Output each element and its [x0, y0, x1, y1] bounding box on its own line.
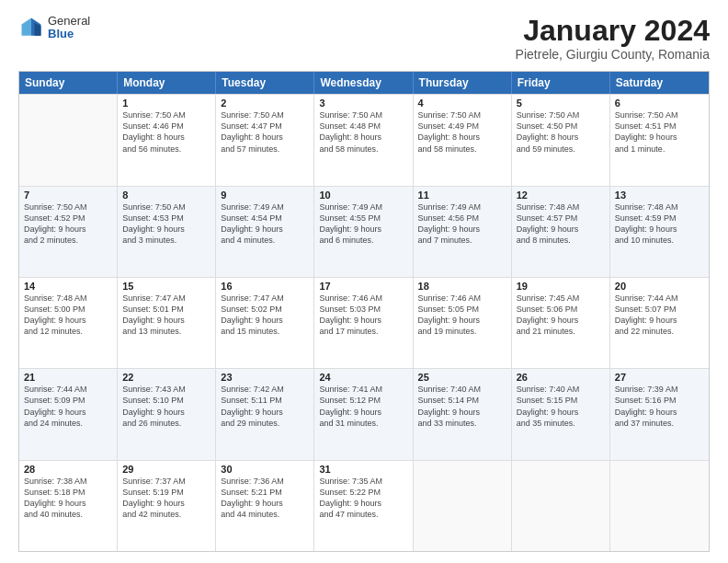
day-info: Sunrise: 7:49 AM Sunset: 4:55 PM Dayligh… [319, 201, 407, 247]
day-number: 3 [319, 98, 407, 109]
day-info: Sunrise: 7:40 AM Sunset: 5:14 PM Dayligh… [418, 384, 506, 429]
day-number: 9 [221, 190, 309, 201]
calendar-row-2: 14Sunrise: 7:48 AM Sunset: 5:00 PM Dayli… [19, 277, 709, 368]
calendar-cell-3-2: 23Sunrise: 7:42 AM Sunset: 5:11 PM Dayli… [216, 369, 314, 459]
day-info: Sunrise: 7:50 AM Sunset: 4:50 PM Dayligh… [517, 109, 605, 155]
day-number: 25 [418, 372, 506, 383]
day-number: 2 [221, 98, 309, 109]
day-number: 7 [24, 190, 112, 201]
day-info: Sunrise: 7:46 AM Sunset: 5:05 PM Dayligh… [418, 293, 506, 338]
day-info: Sunrise: 7:50 AM Sunset: 4:47 PM Dayligh… [221, 109, 309, 155]
calendar-header-friday: Friday [512, 72, 610, 94]
calendar-cell-4-2: 30Sunrise: 7:36 AM Sunset: 5:21 PM Dayli… [216, 461, 314, 551]
day-number: 4 [418, 98, 506, 109]
logo: General Blue [18, 15, 90, 41]
calendar-cell-3-4: 25Sunrise: 7:40 AM Sunset: 5:14 PM Dayli… [414, 369, 512, 459]
calendar-cell-0-2: 2Sunrise: 7:50 AM Sunset: 4:47 PM Daylig… [216, 95, 314, 185]
day-number: 14 [24, 281, 112, 292]
day-number: 12 [517, 190, 605, 201]
calendar-cell-2-3: 17Sunrise: 7:46 AM Sunset: 5:03 PM Dayli… [314, 278, 413, 368]
day-number: 1 [122, 98, 210, 109]
day-info: Sunrise: 7:41 AM Sunset: 5:12 PM Dayligh… [319, 384, 407, 429]
calendar-cell-1-2: 9Sunrise: 7:49 AM Sunset: 4:54 PM Daylig… [216, 187, 314, 277]
calendar-cell-4-0: 28Sunrise: 7:38 AM Sunset: 5:18 PM Dayli… [19, 461, 118, 551]
calendar-header-tuesday: Tuesday [216, 72, 314, 94]
calendar-row-4: 28Sunrise: 7:38 AM Sunset: 5:18 PM Dayli… [19, 460, 709, 551]
calendar-row-0: 1Sunrise: 7:50 AM Sunset: 4:46 PM Daylig… [19, 94, 709, 185]
day-info: Sunrise: 7:50 AM Sunset: 4:49 PM Dayligh… [418, 109, 506, 155]
day-number: 28 [24, 464, 112, 475]
day-info: Sunrise: 7:50 AM Sunset: 4:51 PM Dayligh… [615, 109, 704, 155]
calendar-row-3: 21Sunrise: 7:44 AM Sunset: 5:09 PM Dayli… [19, 368, 709, 459]
day-info: Sunrise: 7:39 AM Sunset: 5:16 PM Dayligh… [615, 384, 704, 429]
calendar-cell-0-3: 3Sunrise: 7:50 AM Sunset: 4:48 PM Daylig… [314, 95, 413, 185]
logo-blue-text: Blue [48, 28, 90, 40]
calendar-cell-1-1: 8Sunrise: 7:50 AM Sunset: 4:53 PM Daylig… [118, 187, 216, 277]
calendar-cell-2-2: 16Sunrise: 7:47 AM Sunset: 5:02 PM Dayli… [216, 278, 314, 368]
day-number: 11 [418, 190, 506, 201]
day-info: Sunrise: 7:38 AM Sunset: 5:18 PM Dayligh… [24, 476, 112, 521]
calendar-cell-0-5: 5Sunrise: 7:50 AM Sunset: 4:50 PM Daylig… [512, 95, 610, 185]
day-info: Sunrise: 7:48 AM Sunset: 4:57 PM Dayligh… [517, 201, 605, 247]
calendar-cell-3-6: 27Sunrise: 7:39 AM Sunset: 5:16 PM Dayli… [610, 369, 709, 459]
logo-text: General Blue [48, 15, 90, 41]
day-info: Sunrise: 7:46 AM Sunset: 5:03 PM Dayligh… [319, 293, 407, 338]
day-info: Sunrise: 7:50 AM Sunset: 4:46 PM Dayligh… [122, 109, 210, 155]
calendar-cell-2-4: 18Sunrise: 7:46 AM Sunset: 5:05 PM Dayli… [414, 278, 512, 368]
calendar-cell-3-3: 24Sunrise: 7:41 AM Sunset: 5:12 PM Dayli… [314, 369, 413, 459]
day-number: 17 [319, 281, 407, 292]
calendar-cell-4-5 [512, 461, 610, 551]
day-info: Sunrise: 7:35 AM Sunset: 5:22 PM Dayligh… [319, 476, 407, 521]
calendar-cell-1-6: 13Sunrise: 7:48 AM Sunset: 4:59 PM Dayli… [610, 187, 709, 277]
day-number: 10 [319, 190, 407, 201]
title-block: January 2024 Pietrele, Giurgiu County, R… [516, 15, 710, 62]
day-number: 23 [221, 372, 309, 383]
day-info: Sunrise: 7:40 AM Sunset: 5:15 PM Dayligh… [517, 384, 605, 429]
day-number: 26 [517, 372, 605, 383]
calendar-cell-2-1: 15Sunrise: 7:47 AM Sunset: 5:01 PM Dayli… [118, 278, 216, 368]
day-number: 6 [615, 98, 704, 109]
calendar-header-saturday: Saturday [610, 72, 709, 94]
day-number: 8 [122, 190, 210, 201]
day-info: Sunrise: 7:36 AM Sunset: 5:21 PM Dayligh… [221, 476, 309, 521]
day-number: 24 [319, 372, 407, 383]
day-number: 13 [615, 190, 704, 201]
day-info: Sunrise: 7:50 AM Sunset: 4:48 PM Dayligh… [319, 109, 407, 155]
day-info: Sunrise: 7:44 AM Sunset: 5:09 PM Dayligh… [24, 384, 112, 429]
calendar-cell-3-5: 26Sunrise: 7:40 AM Sunset: 5:15 PM Dayli… [512, 369, 610, 459]
day-info: Sunrise: 7:37 AM Sunset: 5:19 PM Dayligh… [122, 476, 210, 521]
calendar-header-wednesday: Wednesday [314, 72, 413, 94]
logo-general-text: General [48, 15, 90, 28]
svg-marker-1 [22, 18, 32, 36]
calendar-cell-0-1: 1Sunrise: 7:50 AM Sunset: 4:46 PM Daylig… [118, 95, 216, 185]
calendar-cell-4-3: 31Sunrise: 7:35 AM Sunset: 5:22 PM Dayli… [314, 461, 413, 551]
calendar-header-row: SundayMondayTuesdayWednesdayThursdayFrid… [19, 72, 709, 94]
day-number: 16 [221, 281, 309, 292]
day-number: 15 [122, 281, 210, 292]
calendar-cell-1-5: 12Sunrise: 7:48 AM Sunset: 4:57 PM Dayli… [512, 187, 610, 277]
calendar-cell-4-4 [414, 461, 512, 551]
header: General Blue January 2024 Pietrele, Giur… [18, 15, 710, 62]
day-info: Sunrise: 7:45 AM Sunset: 5:06 PM Dayligh… [517, 293, 605, 338]
logo-icon [18, 15, 44, 40]
calendar-cell-1-4: 11Sunrise: 7:49 AM Sunset: 4:56 PM Dayli… [414, 187, 512, 277]
day-info: Sunrise: 7:47 AM Sunset: 5:01 PM Dayligh… [122, 293, 210, 338]
day-info: Sunrise: 7:48 AM Sunset: 4:59 PM Dayligh… [615, 201, 704, 247]
calendar-cell-0-6: 6Sunrise: 7:50 AM Sunset: 4:51 PM Daylig… [610, 95, 709, 185]
day-info: Sunrise: 7:49 AM Sunset: 4:54 PM Dayligh… [221, 201, 309, 247]
day-number: 19 [517, 281, 605, 292]
calendar-cell-1-3: 10Sunrise: 7:49 AM Sunset: 4:55 PM Dayli… [314, 187, 413, 277]
day-number: 22 [122, 372, 210, 383]
calendar-header-monday: Monday [118, 72, 216, 94]
day-number: 20 [615, 281, 704, 292]
day-info: Sunrise: 7:50 AM Sunset: 4:53 PM Dayligh… [122, 201, 210, 247]
calendar-cell-4-6 [610, 461, 709, 551]
calendar-cell-0-0 [19, 95, 118, 185]
day-info: Sunrise: 7:44 AM Sunset: 5:07 PM Dayligh… [615, 293, 704, 338]
day-number: 27 [615, 372, 704, 383]
day-number: 30 [221, 464, 309, 475]
day-number: 29 [122, 464, 210, 475]
calendar-cell-3-1: 22Sunrise: 7:43 AM Sunset: 5:10 PM Dayli… [118, 369, 216, 459]
calendar-header-thursday: Thursday [414, 72, 512, 94]
calendar-cell-2-5: 19Sunrise: 7:45 AM Sunset: 5:06 PM Dayli… [512, 278, 610, 368]
